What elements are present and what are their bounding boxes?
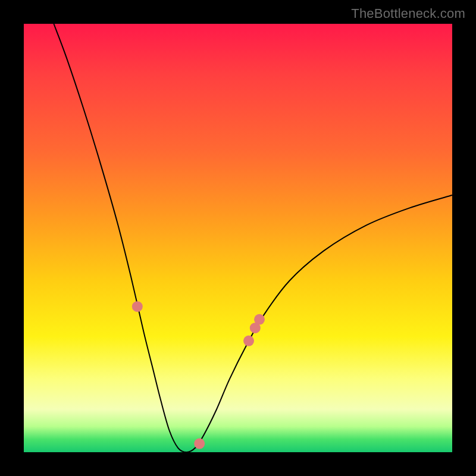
chart-svg	[24, 24, 452, 452]
watermark-text: TheBottleneck.com	[351, 6, 465, 21]
marker-dot	[194, 439, 205, 449]
marker-dot	[243, 336, 254, 346]
marker-group	[132, 301, 265, 450]
plot-area	[24, 24, 452, 452]
bottleneck-curve	[54, 24, 452, 452]
marker-dot	[132, 301, 143, 312]
chart-frame: TheBottleneck.com	[0, 0, 476, 476]
marker-dot	[254, 314, 265, 325]
